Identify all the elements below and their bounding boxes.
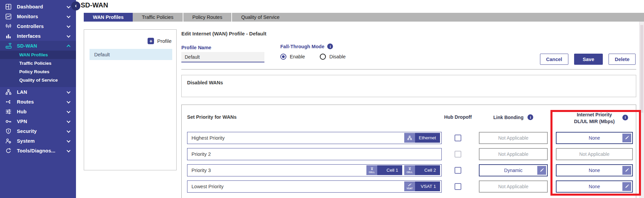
sidebar-item-routes[interactable]: Routes bbox=[0, 97, 76, 107]
priority-row-3: Priority 3 CELL Cell 1 bbox=[187, 164, 636, 176]
interfaces-icon bbox=[5, 33, 12, 39]
sidebar-subitem-policy-routes[interactable]: Policy Routes bbox=[0, 67, 76, 76]
priority-row-lowest: Lowest Priority VSAT VSAT 1 bbox=[187, 180, 636, 193]
tab-wan-profiles[interactable]: WAN Profiles bbox=[84, 13, 133, 22]
internet-priority-field[interactable]: None bbox=[556, 164, 633, 176]
radio-selected-icon bbox=[280, 54, 286, 60]
chevron-down-icon bbox=[67, 24, 71, 28]
internet-priority-header-line2: DL/UL MIR (Mbps) bbox=[556, 118, 633, 125]
sidebar-item-controllers[interactable]: Controllers bbox=[0, 21, 76, 31]
hub-dropoff-checkbox[interactable] bbox=[455, 151, 461, 158]
sidebar-item-label: Controllers bbox=[17, 24, 62, 29]
plus-icon: + bbox=[148, 38, 154, 44]
info-icon[interactable]: i bbox=[622, 115, 628, 120]
tab-policy-routes[interactable]: Policy Routes bbox=[183, 13, 232, 22]
wan-priority-box[interactable]: Priority 2 bbox=[187, 148, 442, 160]
scrollbar-thumb[interactable] bbox=[640, 25, 643, 113]
link-bonding-field[interactable]: Dynamic bbox=[479, 164, 548, 176]
link-bonding-value: Dynamic bbox=[504, 168, 522, 173]
chevron-down-icon bbox=[67, 34, 71, 38]
tab-traffic-policies[interactable]: Traffic Policies bbox=[133, 13, 182, 22]
chevron-up-icon bbox=[67, 44, 71, 48]
tab-quality-of-service[interactable]: Quality of Service bbox=[231, 13, 289, 22]
vpn-key-icon bbox=[5, 118, 12, 124]
priority-row-label: Highest Priority bbox=[191, 135, 225, 141]
sidebar-item-vpn[interactable]: VPN bbox=[0, 116, 76, 126]
sidebar: Dashboard Monitors Controllers Interface… bbox=[0, 0, 76, 198]
priority-title: Set Priority for WANs bbox=[187, 111, 442, 120]
vertical-scrollbar[interactable] bbox=[639, 22, 644, 198]
sidebar-item-interfaces[interactable]: Interfaces bbox=[0, 31, 76, 41]
delete-button[interactable]: Delete bbox=[609, 54, 636, 65]
sidebar-subitem-wan-profiles[interactable]: WAN Profiles bbox=[0, 51, 76, 59]
sidebar-subitem-traffic-policies[interactable]: Traffic Policies bbox=[0, 59, 76, 67]
internet-priority-field[interactable]: None bbox=[556, 132, 633, 144]
internet-priority-field[interactable]: None bbox=[556, 180, 633, 193]
internet-priority-header-line1: Internet Priority bbox=[556, 111, 633, 118]
sidebar-item-hub[interactable]: Hub bbox=[0, 107, 76, 116]
edit-icon[interactable] bbox=[622, 134, 631, 142]
sidebar-item-lan[interactable]: LAN bbox=[0, 87, 76, 97]
hub-dropoff-checkbox[interactable] bbox=[455, 167, 461, 174]
profile-list-item-default[interactable]: Default bbox=[89, 49, 172, 60]
sidebar-item-label: LAN bbox=[17, 89, 62, 95]
add-profile-button[interactable]: + Profile bbox=[148, 38, 172, 44]
hub-dropoff-column-header: Hub Dropoff bbox=[442, 111, 474, 120]
sidebar-item-tools-diagnostics[interactable]: Tools/Diagnos... bbox=[0, 146, 76, 155]
sidebar-item-sdwan[interactable]: SD-WAN bbox=[0, 41, 76, 51]
sidebar-subitem-quality-of-service[interactable]: Quality of Service bbox=[0, 76, 76, 84]
profiles-panel: + Profile Default bbox=[84, 29, 177, 170]
fall-through-group: Fall-Through Mode i Enable Disable bbox=[280, 44, 346, 60]
sidebar-item-label: Tools/Diagnos... bbox=[17, 148, 62, 153]
fall-through-disable-radio[interactable]: Disable bbox=[320, 54, 345, 60]
priority-header-row: Set Priority for WANs Hub Dropoff Link B… bbox=[187, 111, 636, 125]
wan-chip-label: Cell 2 bbox=[415, 165, 440, 175]
sidebar-item-label: SD-WAN bbox=[17, 43, 62, 49]
priority-row-label: Priority 2 bbox=[191, 151, 211, 157]
wan-chip-cell-1[interactable]: CELL Cell 1 bbox=[366, 165, 402, 175]
info-icon[interactable]: i bbox=[527, 114, 533, 120]
wan-chip-ethernet[interactable]: Ethernet bbox=[404, 133, 440, 143]
profile-name-input[interactable] bbox=[181, 52, 264, 62]
edit-icon[interactable] bbox=[622, 166, 631, 175]
link-bonding-column-header: Link Bonding i bbox=[479, 111, 548, 120]
save-button[interactable]: Save bbox=[574, 54, 603, 65]
chevron-down-icon bbox=[67, 139, 71, 143]
hub-dropoff-checkbox[interactable] bbox=[455, 183, 461, 190]
link-bonding-field: Not Applicable bbox=[479, 132, 548, 144]
sidebar-item-dashboard[interactable]: Dashboard bbox=[0, 2, 76, 11]
wan-chip-label: Ethernet bbox=[415, 133, 440, 143]
add-profile-label: Profile bbox=[157, 38, 172, 44]
sidebar-item-label: VPN bbox=[17, 119, 62, 124]
chevron-down-icon bbox=[67, 119, 71, 123]
system-user-gear-icon bbox=[5, 138, 12, 144]
edit-icon[interactable] bbox=[622, 182, 631, 191]
sidebar-item-security[interactable]: Security bbox=[0, 126, 76, 136]
content-area: + Profile Default Edit Internet (WAN) Pr… bbox=[76, 22, 644, 198]
priority-rows: Highest Priority Ethernet bbox=[187, 132, 636, 193]
wan-priority-box[interactable]: Priority 3 CELL Cell 1 bbox=[187, 164, 442, 176]
sidebar-item-label: System bbox=[17, 138, 62, 144]
dashboard-icon bbox=[5, 4, 12, 10]
wan-priority-box[interactable]: Lowest Priority VSAT VSAT 1 bbox=[187, 180, 442, 193]
info-icon[interactable]: i bbox=[327, 44, 333, 49]
hub-sliders-icon bbox=[5, 109, 12, 115]
wan-priority-box[interactable]: Highest Priority Ethernet bbox=[187, 132, 442, 144]
fall-through-enable-radio[interactable]: Enable bbox=[280, 54, 305, 60]
disabled-wans-section: Disabled WANs bbox=[181, 75, 636, 97]
cell-tower-icon: CELL bbox=[366, 165, 377, 175]
cancel-button[interactable]: Cancel bbox=[540, 54, 568, 65]
tools-diagnostics-icon bbox=[5, 148, 12, 154]
chevron-down-icon bbox=[67, 15, 71, 19]
chevron-down-icon bbox=[67, 149, 71, 153]
priority-row-2: Priority 2 Not Applicable Not Applicable bbox=[187, 148, 636, 160]
page-title: SD-WAN bbox=[81, 1, 108, 9]
sidebar-item-monitors[interactable]: Monitors bbox=[0, 11, 76, 21]
hub-dropoff-checkbox[interactable] bbox=[455, 135, 461, 141]
edit-icon[interactable] bbox=[537, 166, 546, 175]
wan-chip-cell-2[interactable]: CELL Cell 2 bbox=[404, 165, 440, 175]
sidebar-collapse-button[interactable]: ‹ bbox=[71, 1, 80, 10]
sidebar-item-label: Interfaces bbox=[17, 33, 62, 39]
sidebar-item-system[interactable]: System bbox=[0, 136, 76, 146]
wan-chip-vsat-1[interactable]: VSAT VSAT 1 bbox=[404, 181, 440, 191]
